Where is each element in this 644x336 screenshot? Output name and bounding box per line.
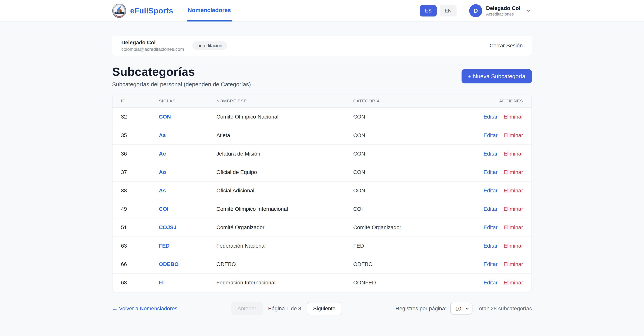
cell-categoria: CON bbox=[353, 151, 460, 157]
cell-nombre: Federación Nacional bbox=[216, 243, 353, 249]
session-user-bar: Delegado Col colombia@acreditaciones.com… bbox=[112, 36, 532, 56]
header-divider bbox=[463, 6, 463, 16]
role-badge: acreditacion bbox=[192, 42, 227, 50]
logout-link[interactable]: Cerrar Sesión bbox=[490, 43, 523, 49]
cell-categoria: Comite Organizador bbox=[353, 224, 460, 230]
session-user-name: Delegado Col bbox=[121, 39, 184, 46]
cell-nombre: Comité Olímpico Nacional bbox=[216, 114, 353, 120]
table-row: 49 COI Comité Olimpico Internacional COI… bbox=[112, 200, 532, 218]
brand-home-link[interactable]: eFullSports eFullSports bbox=[112, 4, 173, 18]
avatar: D bbox=[469, 4, 482, 17]
cell-siglas-link[interactable]: Ac bbox=[159, 151, 216, 157]
delete-link[interactable]: Eliminar bbox=[504, 243, 523, 249]
cell-id: 32 bbox=[121, 114, 159, 120]
app-root: eFullSports eFullSports Nomencladores ES… bbox=[0, 0, 644, 336]
cell-nombre: ODEBO bbox=[216, 261, 353, 267]
cell-categoria: ODEBO bbox=[353, 261, 460, 267]
cell-categoria: COI bbox=[353, 206, 460, 212]
session-user-email: colombia@acreditaciones.com bbox=[121, 46, 184, 52]
table-row: 63 FED Federación Nacional FED Editar El… bbox=[112, 236, 532, 255]
cell-siglas-link[interactable]: Aa bbox=[159, 132, 216, 138]
new-subcategory-button[interactable]: + Nueva Subcategoría bbox=[462, 69, 532, 83]
edit-link[interactable]: Editar bbox=[484, 151, 498, 157]
cell-categoria: CON bbox=[353, 114, 460, 120]
delete-link[interactable]: Eliminar bbox=[504, 151, 523, 157]
column-header-categoria: CATEGORÍA bbox=[353, 99, 460, 104]
user-menu-name: Delegado Col bbox=[486, 5, 520, 12]
back-to-nomencladores-link[interactable]: ← Volver a Nomencladores bbox=[112, 305, 178, 312]
cell-id: 66 bbox=[121, 261, 159, 267]
language-en-button[interactable]: EN bbox=[440, 5, 456, 17]
edit-link[interactable]: Editar bbox=[484, 206, 498, 212]
edit-link[interactable]: Editar bbox=[484, 188, 498, 194]
column-header-siglas: SIGLAS bbox=[159, 99, 216, 104]
cell-nombre: Oficial Adicional bbox=[216, 188, 353, 194]
cell-nombre: Federación Internacional bbox=[216, 280, 353, 286]
delete-link[interactable]: Eliminar bbox=[504, 188, 523, 194]
edit-link[interactable]: Editar bbox=[484, 169, 498, 175]
nav-tab-label: Nomencladores bbox=[188, 7, 231, 14]
table-row: 35 Aa Atleta CON Editar Eliminar bbox=[112, 126, 532, 144]
delete-link[interactable]: Eliminar bbox=[504, 132, 523, 138]
previous-page-button[interactable]: Anterior bbox=[231, 302, 263, 315]
cell-id: 37 bbox=[121, 169, 159, 175]
delete-link[interactable]: Eliminar bbox=[504, 206, 523, 212]
cell-id: 36 bbox=[121, 151, 159, 157]
column-header-id: ID bbox=[121, 99, 159, 104]
per-page-label: Registros por página: bbox=[396, 305, 446, 312]
per-page-select[interactable]: 10 bbox=[450, 303, 472, 314]
chevron-down-icon bbox=[526, 8, 532, 14]
edit-link[interactable]: Editar bbox=[484, 243, 498, 249]
page-subtitle: Subcategorías del personal (dependen de … bbox=[112, 81, 251, 88]
pager: Anterior Página 1 de 3 Siguiente bbox=[178, 302, 396, 315]
pagination-footer: ← Volver a Nomencladores Anterior Página… bbox=[112, 302, 532, 315]
cell-id: 63 bbox=[121, 243, 159, 249]
table-header-row: ID SIGLAS NOMBRE ESP CATEGORÍA ACCIONES bbox=[112, 95, 532, 108]
cell-siglas-link[interactable]: FED bbox=[159, 243, 216, 249]
cell-categoria: FED bbox=[353, 243, 460, 249]
cell-nombre: Jefatura de Misión bbox=[216, 151, 353, 157]
page-title: Subcategorías bbox=[112, 65, 251, 79]
cell-categoria: CONFED bbox=[353, 280, 460, 286]
cell-nombre: Oficial de Equipo bbox=[216, 169, 353, 175]
column-header-acciones: ACCIONES bbox=[460, 99, 523, 104]
cell-siglas-link[interactable]: Ao bbox=[159, 169, 216, 175]
user-menu-role: Acreditaciones bbox=[486, 12, 520, 17]
edit-link[interactable]: Editar bbox=[484, 132, 498, 138]
cell-siglas-link[interactable]: FI bbox=[159, 280, 216, 286]
table-row: 37 Ao Oficial de Equipo CON Editar Elimi… bbox=[112, 163, 532, 181]
top-navigation-bar: eFullSports eFullSports Nomencladores ES… bbox=[0, 0, 644, 22]
language-es-button[interactable]: ES bbox=[420, 5, 436, 17]
edit-link[interactable]: Editar bbox=[484, 114, 498, 120]
delete-link[interactable]: Eliminar bbox=[504, 169, 523, 175]
nav-tab-nomencladores[interactable]: Nomencladores bbox=[187, 0, 232, 22]
cell-nombre: Comité Olimpico Internacional bbox=[216, 206, 353, 212]
brand-title: eFullSports bbox=[130, 7, 173, 15]
user-menu[interactable]: D Delegado Col Acreditaciones bbox=[469, 4, 532, 17]
cell-siglas-link[interactable]: As bbox=[159, 188, 216, 194]
delete-link[interactable]: Eliminar bbox=[504, 114, 523, 120]
edit-link[interactable]: Editar bbox=[484, 280, 498, 286]
table-row: 36 Ac Jefatura de Misión CON Editar Elim… bbox=[112, 144, 532, 163]
main-content: Delegado Col colombia@acreditaciones.com… bbox=[112, 36, 532, 315]
edit-link[interactable]: Editar bbox=[484, 224, 498, 230]
table-row: 51 COJSJ Comité Organizador Comite Organ… bbox=[112, 218, 532, 236]
cell-siglas-link[interactable]: ODEBO bbox=[159, 261, 216, 267]
table-row: 32 CON Comité Olímpico Nacional CON Edit… bbox=[112, 108, 532, 126]
next-page-button[interactable]: Siguiente bbox=[307, 302, 342, 315]
cell-id: 68 bbox=[121, 280, 159, 286]
edit-link[interactable]: Editar bbox=[484, 261, 498, 267]
total-records-text: Total: 28 subcategorías bbox=[476, 305, 532, 312]
delete-link[interactable]: Eliminar bbox=[504, 224, 523, 230]
efullsports-logo-icon: eFullSports bbox=[112, 4, 126, 18]
cell-siglas-link[interactable]: CON bbox=[159, 114, 216, 120]
cell-siglas-link[interactable]: COJSJ bbox=[159, 224, 216, 230]
delete-link[interactable]: Eliminar bbox=[504, 280, 523, 286]
cell-siglas-link[interactable]: COI bbox=[159, 206, 216, 212]
subcategories-table: ID SIGLAS NOMBRE ESP CATEGORÍA ACCIONES … bbox=[112, 95, 532, 292]
cell-categoria: CON bbox=[353, 188, 460, 194]
cell-id: 49 bbox=[121, 206, 159, 212]
title-row: Subcategorías Subcategorías del personal… bbox=[112, 65, 532, 88]
table-row: 66 ODEBO ODEBO ODEBO Editar Eliminar bbox=[112, 255, 532, 273]
delete-link[interactable]: Eliminar bbox=[504, 261, 523, 267]
